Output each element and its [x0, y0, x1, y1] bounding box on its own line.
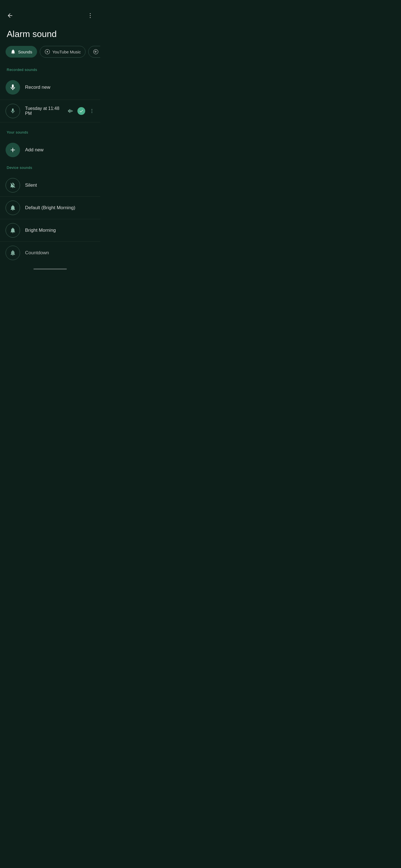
svg-point-10 [92, 109, 92, 110]
recorded-item-label: Tuesday at 11:48 PM [25, 106, 62, 116]
silent-label: Silent [25, 183, 95, 188]
tab-spotify[interactable]: Spotify [88, 46, 100, 58]
svg-point-11 [92, 111, 92, 112]
microphone-icon [9, 84, 17, 91]
tab-youtube-music[interactable]: YouTube Music [40, 46, 85, 58]
bell-icon-outline [9, 205, 16, 211]
silent-icon-outline [6, 178, 20, 192]
recorded-item-more-button[interactable] [89, 108, 95, 114]
bright-morning-bell-icon-outline [6, 223, 20, 238]
sound-item-silent[interactable]: Silent [0, 174, 100, 196]
recorded-mic-icon-outline [6, 104, 20, 118]
sound-item-default[interactable]: Default (Bright Morning) [0, 197, 100, 219]
recorded-item-actions [67, 107, 95, 115]
svg-rect-7 [69, 109, 70, 113]
countdown-label: Countdown [25, 250, 95, 256]
tabs-row: Sounds YouTube Music Spotify [0, 46, 100, 65]
svg-rect-8 [71, 110, 71, 112]
bright-morning-label: Bright Morning [25, 227, 95, 233]
svg-point-1 [90, 15, 91, 16]
youtube-music-icon [45, 49, 50, 55]
tab-youtube-label: YouTube Music [52, 50, 81, 54]
recorded-sounds-section: Recorded sounds Record new Tuesday at 11… [0, 65, 100, 122]
back-button[interactable] [6, 11, 15, 20]
record-new-label: Record new [25, 85, 95, 90]
svg-point-0 [90, 13, 91, 14]
device-sounds-title: Device sounds [0, 163, 100, 174]
selected-checkmark[interactable] [78, 107, 85, 115]
add-new-label: Add new [25, 147, 95, 153]
top-bar [0, 0, 100, 25]
spotify-icon [93, 49, 98, 55]
sound-item-bright-morning[interactable]: Bright Morning [0, 219, 100, 242]
bell-off-icon [9, 182, 16, 189]
waveform-icon[interactable] [67, 108, 74, 114]
countdown-bell-icon-outline [6, 246, 20, 260]
record-icon-circle [6, 80, 20, 95]
microphone-outline-icon [10, 108, 16, 114]
default-bell-icon-outline [6, 200, 20, 215]
tab-sounds-label: Sounds [18, 50, 32, 54]
recorded-sounds-title: Recorded sounds [0, 65, 100, 76]
default-bright-morning-label: Default (Bright Morning) [25, 205, 95, 211]
svg-rect-9 [72, 111, 73, 112]
add-new-item[interactable]: Add new [0, 139, 100, 161]
record-new-item[interactable]: Record new [0, 76, 100, 98]
bell-icon-2 [9, 227, 16, 234]
sound-item-countdown[interactable]: Countdown [0, 242, 100, 264]
bell-icon [10, 49, 16, 55]
page-title: Alarm sound [0, 25, 100, 46]
bottom-bar [0, 264, 100, 272]
plus-icon [9, 146, 17, 154]
tab-sounds[interactable]: Sounds [6, 46, 37, 58]
recorded-sound-item[interactable]: Tuesday at 11:48 PM [0, 100, 100, 122]
add-icon-circle [6, 143, 20, 157]
bell-icon-3 [9, 250, 16, 256]
svg-point-12 [92, 113, 92, 113]
your-sounds-section: Your sounds Add new [0, 128, 100, 161]
svg-point-2 [90, 17, 91, 18]
home-indicator [33, 269, 67, 270]
your-sounds-title: Your sounds [0, 128, 100, 139]
svg-rect-6 [68, 110, 69, 112]
device-sounds-section: Device sounds Silent Default (Bright Mor… [0, 163, 100, 264]
svg-marker-4 [47, 51, 48, 53]
more-options-button[interactable] [86, 11, 95, 20]
